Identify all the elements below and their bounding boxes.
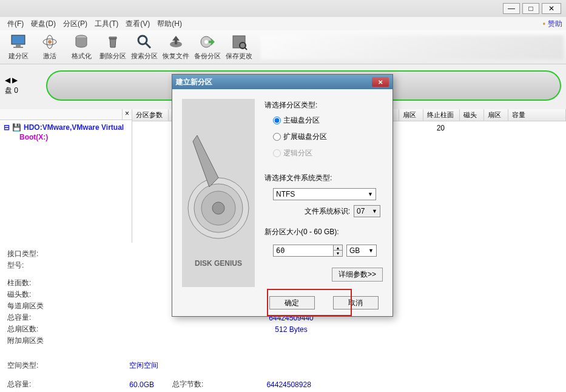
panel-close-icon[interactable]: ×	[122, 109, 132, 120]
cyl-label: 柱面数:	[7, 278, 31, 288]
dialog-titlebar[interactable]: 建立新分区 ✕	[172, 75, 392, 89]
header-end-cyl[interactable]: 终止柱面	[423, 109, 460, 121]
tree-child-node[interactable]: Boot(X:)	[18, 132, 129, 142]
radio-extended-label: 扩展磁盘分区	[283, 132, 327, 142]
svg-point-11	[204, 40, 208, 44]
toolbar: 建分区 激活 格式化 删除分区 搜索分区 恢复文件 备份分区 保存更改	[0, 30, 566, 64]
toolbar-save-changes[interactable]: 保存更改	[223, 32, 255, 63]
svg-rect-0	[12, 35, 25, 44]
partition-type-label: 请选择分区类型:	[264, 100, 383, 110]
disk-index-label: 盘 0	[5, 86, 18, 96]
detail-params-button[interactable]: 详细参数>>	[332, 268, 383, 282]
toolbar-new-partition[interactable]: 建分区	[2, 32, 34, 63]
disk-info-tail: 20	[437, 124, 445, 132]
fs-type-select[interactable]: NTFS ▼	[273, 188, 376, 200]
dialog-close-button[interactable]: ✕	[372, 77, 389, 87]
radio-extended[interactable]: 扩展磁盘分区	[273, 132, 383, 142]
spin-down-button[interactable]: ▼	[334, 251, 342, 256]
tree-root-label: HDO:VMware,VMware Virtual	[24, 123, 124, 132]
dialog-form: 请选择分区类型: 主磁盘分区 扩展磁盘分区 逻辑分区 请选择文件系统类型: NT…	[264, 99, 383, 309]
new-partition-dialog: 建立新分区 ✕ DISK GENIUS 请选择分区类型: 主磁盘分区 扩展磁	[172, 74, 393, 317]
spin-up-button[interactable]: ▲	[334, 245, 342, 251]
appended-label: 附加扇区类	[7, 336, 44, 346]
dialog-hdd-image: DISK GENIUS	[182, 99, 255, 287]
svg-point-5	[47, 35, 53, 49]
total-cap-label: 总容量:	[7, 313, 31, 323]
menu-view[interactable]: 查看(V)	[122, 18, 153, 30]
toolbar-format[interactable]: 格式化	[66, 32, 97, 63]
toolbar-label: 保存更改	[226, 52, 252, 61]
spt-label: 每道扇区类	[7, 301, 44, 311]
dropdown-arrow-icon: ▼	[372, 208, 377, 214]
minimize-button[interactable]: —	[503, 3, 520, 14]
radio-primary-label: 主磁盘分区	[283, 115, 320, 126]
dropdown-arrow-icon: ▼	[368, 191, 373, 197]
total-bytes-value: 64424508928	[266, 380, 311, 389]
fs-select-value: NTFS	[276, 190, 295, 198]
toolbar-label: 建分区	[8, 52, 29, 61]
dialog-title-text: 建立新分区	[176, 77, 212, 87]
tree-header: ×	[0, 109, 132, 120]
tree-child-label: Boot(X:)	[19, 133, 48, 141]
monitor-icon	[10, 33, 27, 50]
svg-point-4	[43, 39, 56, 45]
radio-logical-input	[273, 149, 281, 157]
toolbar-label: 恢复文件	[163, 52, 189, 61]
radio-primary[interactable]: 主磁盘分区	[273, 115, 383, 126]
svg-rect-1	[16, 45, 21, 47]
trash-icon	[104, 33, 121, 50]
menu-help[interactable]: 帮助(H)	[153, 18, 186, 30]
maximize-button[interactable]: □	[522, 3, 539, 14]
menu-bar: 件(F) 硬盘(D) 分区(P) 工具(T) 查看(V) 帮助(H) 赞助	[0, 17, 566, 30]
radio-extended-input[interactable]	[273, 133, 281, 141]
space-type-label: 空间类型:	[7, 360, 38, 371]
cap2-value: 60.0GB	[129, 380, 154, 389]
size-unit-select[interactable]: GB ▼	[346, 245, 377, 257]
svg-line-8	[146, 43, 150, 48]
toolbar-label: 格式化	[72, 52, 92, 61]
menu-disk[interactable]: 硬盘(D)	[27, 18, 59, 30]
fs-id-value: 07	[357, 207, 365, 215]
svg-point-7	[138, 36, 147, 44]
toolbar-search-partition[interactable]: 搜索分区	[129, 32, 160, 63]
size-input[interactable]	[273, 245, 334, 257]
close-button[interactable]: ✕	[542, 3, 561, 14]
dropdown-arrow-icon: ▼	[368, 248, 374, 254]
toolbar-recover-file[interactable]: 恢复文件	[160, 32, 192, 63]
toolbar-delete-partition[interactable]: 删除分区	[97, 32, 129, 63]
cancel-button[interactable]: 取消	[333, 296, 379, 309]
toolbar-backup-partition[interactable]: 备份分区	[192, 32, 223, 63]
ok-button[interactable]: 确定	[269, 296, 315, 309]
nav-arrows-icon: ◀ ▶	[5, 76, 18, 84]
menu-tools[interactable]: 工具(T)	[91, 18, 122, 30]
radio-primary-input[interactable]	[273, 117, 281, 124]
svg-text:DISK GENIUS: DISK GENIUS	[195, 259, 242, 268]
tree-root-node[interactable]: ⊟ 💾 HDO:VMware,VMware Virtual	[2, 123, 129, 132]
svg-point-16	[188, 178, 249, 238]
header-sector2[interactable]: 扇区	[484, 109, 508, 121]
svg-rect-12	[233, 36, 245, 48]
model-label: 型号:	[7, 260, 24, 271]
header-capacity[interactable]: 容量	[508, 109, 566, 121]
space-type-value: 空闲空间	[129, 360, 158, 371]
disk-bar-left: ◀ ▶ 盘 0	[5, 76, 41, 96]
svg-point-13	[240, 42, 246, 49]
sponsor-link[interactable]: 赞助	[543, 19, 562, 29]
size-spinbox[interactable]: ▲ ▼	[273, 245, 343, 257]
menu-partition[interactable]: 分区(P)	[59, 18, 91, 30]
svg-line-14	[244, 47, 247, 50]
bytes-value: 512 Bytes	[275, 325, 307, 334]
toolbar-activate[interactable]: 激活	[34, 32, 66, 63]
disc-arrow-icon	[199, 33, 216, 50]
save-icon	[231, 33, 248, 50]
cylinder-icon	[73, 33, 90, 50]
header-head[interactable]: 磁头	[460, 109, 484, 121]
svg-point-3	[48, 40, 52, 44]
header-params[interactable]: 分区参数	[132, 109, 169, 121]
header-sector[interactable]: 扇区	[399, 109, 423, 121]
menu-file[interactable]: 件(F)	[4, 18, 27, 30]
atom-icon	[41, 33, 58, 50]
fs-id-label: 文件系统标识:	[305, 206, 350, 217]
toolbar-label: 搜索分区	[131, 52, 158, 61]
magnifier-icon	[136, 33, 153, 50]
